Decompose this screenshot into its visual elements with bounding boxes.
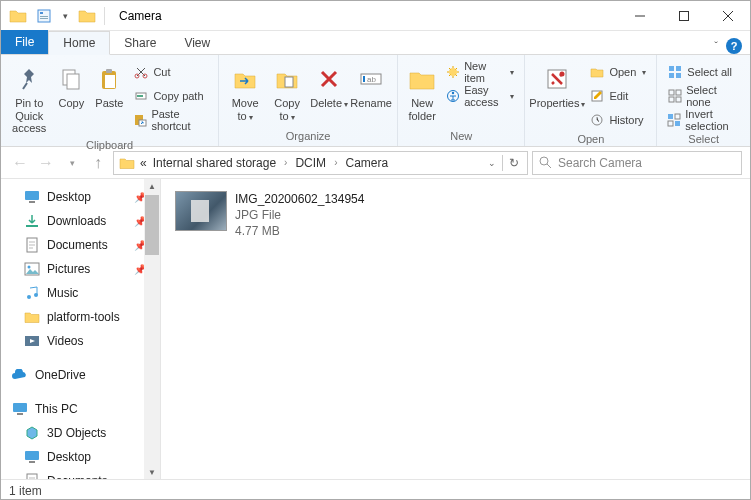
cut-label: Cut	[153, 66, 170, 78]
nav-pictures[interactable]: Pictures📌	[1, 257, 160, 281]
nav-videos[interactable]: Videos	[1, 329, 160, 353]
maximize-button[interactable]	[662, 1, 706, 31]
svg-rect-8	[105, 75, 115, 88]
paste-shortcut-button[interactable]: Paste shortcut	[129, 109, 212, 131]
forward-button[interactable]: →	[35, 152, 57, 174]
recent-locations-dropdown[interactable]: ▾	[61, 152, 83, 174]
properties-overlay-icon[interactable]	[33, 5, 55, 27]
copy-path-icon	[133, 88, 149, 104]
invert-selection-button[interactable]: Invert selection	[663, 109, 744, 131]
nav-desktop-pc[interactable]: Desktop	[1, 445, 160, 469]
svg-rect-1	[40, 12, 43, 14]
nav-onedrive[interactable]: OneDrive	[1, 363, 160, 387]
new-item-label: New item	[464, 60, 504, 84]
paste-shortcut-label: Paste shortcut	[151, 108, 208, 132]
move-to-button[interactable]: Move to▾	[225, 61, 265, 124]
nav-desktop[interactable]: Desktop📌ˆ	[1, 185, 160, 209]
copy-button[interactable]: Copy	[53, 61, 89, 112]
chevron-right-icon[interactable]: ›	[280, 157, 291, 168]
nav-3d-objects[interactable]: 3D Objects	[1, 421, 160, 445]
breadcrumb-seg1[interactable]: Internal shared storage	[151, 156, 278, 170]
help-icon[interactable]: ?	[726, 38, 742, 54]
new-item-icon	[446, 64, 460, 80]
up-button[interactable]: ↑	[87, 152, 109, 174]
back-button[interactable]: ←	[9, 152, 31, 174]
navpane-scrollbar[interactable]: ▲ ▼	[144, 179, 160, 479]
scroll-up-icon[interactable]: ▲	[144, 179, 160, 193]
scroll-down-icon[interactable]: ▼	[144, 465, 160, 479]
edit-button[interactable]: Edit	[585, 85, 650, 107]
history-label: History	[609, 114, 643, 126]
breadcrumb-seg2[interactable]: DCIM	[293, 156, 328, 170]
nav-music[interactable]: Music	[1, 281, 160, 305]
new-folder-button[interactable]: New folder	[404, 61, 440, 124]
folder-icon	[118, 154, 136, 172]
pin-icon	[13, 63, 45, 95]
close-button[interactable]	[706, 1, 750, 31]
copy-path-button[interactable]: Copy path	[129, 85, 212, 107]
nav-platform-tools[interactable]: platform-tools	[1, 305, 160, 329]
file-type: JPG File	[235, 207, 364, 223]
refresh-icon[interactable]: ↻	[509, 156, 519, 170]
history-button[interactable]: History	[585, 109, 650, 131]
svg-point-46	[34, 293, 38, 297]
file-item[interactable]: IMG_20200602_134954 JPG File 4.77 MB	[175, 191, 465, 240]
svg-rect-33	[669, 97, 674, 102]
rename-label: Rename	[350, 97, 392, 110]
content-pane[interactable]: IMG_20200602_134954 JPG File 4.77 MB	[161, 179, 750, 479]
group-new: New folder New item▾ Easy access▾ New	[398, 55, 525, 146]
nav-this-pc[interactable]: This PC	[1, 397, 160, 421]
select-all-button[interactable]: Select all	[663, 61, 744, 83]
easy-access-button[interactable]: Easy access▾	[442, 85, 518, 107]
pin-label: Pin to Quick access	[9, 97, 49, 135]
navigation-pane[interactable]: Desktop📌ˆ Downloads📌 Documents📌 Pictures…	[1, 179, 161, 479]
cut-icon	[133, 64, 149, 80]
rename-button[interactable]: ab Rename	[351, 61, 391, 112]
tab-share[interactable]: Share	[110, 32, 170, 54]
svg-rect-50	[25, 451, 39, 460]
cut-button[interactable]: Cut	[129, 61, 212, 83]
address-dropdown-icon[interactable]: ⌄	[488, 158, 496, 168]
pin-to-quick-access-button[interactable]: Pin to Quick access	[7, 61, 51, 137]
new-item-button[interactable]: New item▾	[442, 61, 518, 83]
paste-shortcut-icon	[133, 112, 147, 128]
group-organize: Move to▾ Copy to▾ Delete▾ ab Rename Orga…	[219, 55, 398, 146]
svg-rect-29	[669, 73, 674, 78]
desktop-icon	[23, 188, 41, 206]
nav-documents[interactable]: Documents📌	[1, 233, 160, 257]
ribbon-collapse-icon[interactable]: ˇ	[714, 40, 718, 52]
nav-documents-pc[interactable]: Documents	[1, 469, 160, 479]
breadcrumb-prefix[interactable]: «	[138, 156, 149, 170]
svg-rect-27	[669, 66, 674, 71]
delete-button[interactable]: Delete▾	[309, 61, 349, 112]
address-bar[interactable]: « Internal shared storage › DCIM › Camer…	[113, 151, 528, 175]
ribbon: Pin to Quick access Copy Paste Cut	[1, 55, 750, 147]
select-none-button[interactable]: Select none	[663, 85, 744, 107]
navigation-bar: ← → ▾ ↑ « Internal shared storage › DCIM…	[1, 147, 750, 179]
videos-icon	[23, 332, 41, 350]
open-button[interactable]: Open▾	[585, 61, 650, 83]
nav-downloads[interactable]: Downloads📌	[1, 209, 160, 233]
copy-to-button[interactable]: Copy to▾	[267, 61, 307, 124]
qat-dropdown-icon[interactable]: ▾	[59, 11, 72, 21]
chevron-right-icon[interactable]: ›	[330, 157, 341, 168]
breadcrumb-seg3[interactable]: Camera	[343, 156, 390, 170]
open-icon	[589, 64, 605, 80]
svg-rect-40	[25, 191, 39, 200]
paste-button[interactable]: Paste	[91, 61, 127, 112]
edit-label: Edit	[609, 90, 628, 102]
minimize-button[interactable]	[618, 1, 662, 31]
tab-view[interactable]: View	[170, 32, 224, 54]
copy-label: Copy	[59, 97, 85, 110]
svg-rect-32	[676, 90, 681, 95]
group-open: Properties▾ Open▾ Edit History Open	[525, 55, 657, 146]
svg-rect-31	[669, 90, 674, 95]
scrollbar-thumb[interactable]	[145, 195, 159, 255]
svg-rect-49	[17, 413, 23, 415]
edit-icon	[589, 88, 605, 104]
paste-label: Paste	[95, 97, 123, 110]
tab-home[interactable]: Home	[48, 31, 110, 55]
tab-file[interactable]: File	[1, 30, 48, 54]
search-input[interactable]: Search Camera	[532, 151, 742, 175]
properties-button[interactable]: Properties▾	[531, 61, 583, 112]
